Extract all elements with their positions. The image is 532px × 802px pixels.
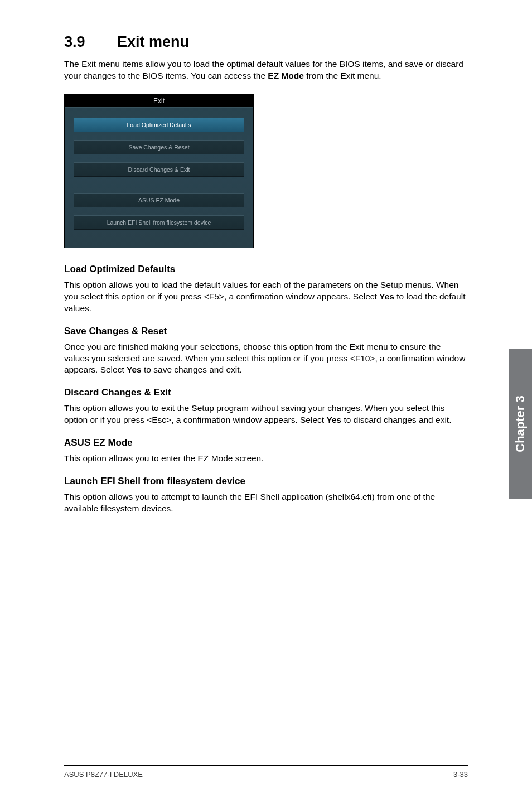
bios-panel-title: Exit bbox=[65, 95, 253, 108]
heading-title: Exit menu bbox=[117, 33, 189, 50]
section-body-load-defaults: This option allows you to load the defau… bbox=[64, 279, 468, 315]
s1-bold: Yes bbox=[379, 292, 394, 301]
section-title-ez-mode: ASUS EZ Mode bbox=[64, 437, 468, 448]
page-heading: 3.9Exit menu bbox=[64, 33, 468, 51]
bios-btn-save-reset[interactable]: Save Changes & Reset bbox=[74, 140, 244, 154]
section-body-discard-exit: This option allows you to exit the Setup… bbox=[64, 403, 468, 426]
bios-btn-load-defaults[interactable]: Load Optimized Defaults bbox=[74, 118, 244, 132]
section-title-discard-exit: Discard Changes & Exit bbox=[64, 387, 468, 398]
footer-right: 3-33 bbox=[453, 770, 468, 779]
section-body-save-reset: Once you are finished making your select… bbox=[64, 341, 468, 376]
section-title-save-reset: Save Changes & Reset bbox=[64, 326, 468, 337]
section-body-ez-mode: This option allows you to enter the EZ M… bbox=[64, 453, 468, 465]
section-title-load-defaults: Load Optimized Defaults bbox=[64, 264, 468, 275]
s2-pre: Once you are finished making your select… bbox=[64, 342, 465, 375]
section-title-launch-efi: Launch EFI Shell from filesystem device bbox=[64, 476, 468, 487]
bios-btn-discard-exit[interactable]: Discard Changes & Exit bbox=[74, 162, 244, 177]
bios-exit-panel: Exit Load Optimized Defaults Save Change… bbox=[64, 94, 254, 248]
intro-text-bold: EZ Mode bbox=[268, 71, 304, 80]
intro-text-after: from the Exit menu. bbox=[304, 71, 381, 80]
chapter-side-tab: Chapter 3 bbox=[509, 349, 532, 499]
s3-bold: Yes bbox=[326, 415, 341, 424]
bios-btn-launch-efi[interactable]: Launch EFI Shell from filesystem device bbox=[74, 215, 244, 230]
s2-bold: Yes bbox=[127, 365, 142, 374]
intro-text-before: The Exit menu items allow you to load th… bbox=[64, 59, 463, 80]
footer-left: ASUS P8Z77-I DELUXE bbox=[64, 770, 143, 779]
bios-btn-ez-mode[interactable]: ASUS EZ Mode bbox=[74, 193, 244, 207]
s3-post: to discard changes and exit. bbox=[341, 415, 451, 424]
bios-divider bbox=[65, 185, 253, 185]
heading-number: 3.9 bbox=[64, 33, 117, 51]
chapter-side-tab-label: Chapter 3 bbox=[513, 395, 528, 452]
s2-post: to save changes and exit. bbox=[142, 365, 242, 374]
page-footer: ASUS P8Z77-I DELUXE 3-33 bbox=[64, 765, 468, 779]
section-body-launch-efi: This option allows you to attempt to lau… bbox=[64, 491, 468, 515]
intro-paragraph: The Exit menu items allow you to load th… bbox=[64, 59, 468, 82]
